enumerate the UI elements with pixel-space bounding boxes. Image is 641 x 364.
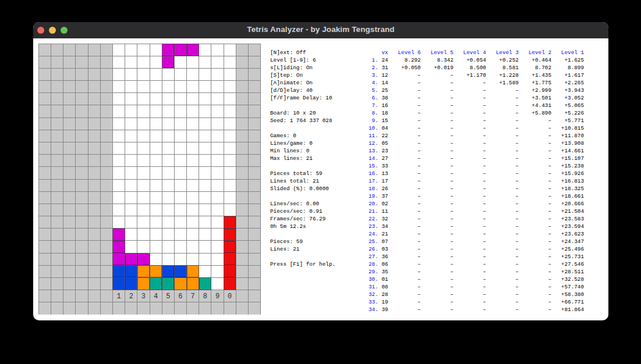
svg-text:1: 1 [116,292,121,301]
svg-text:0: 0 [228,292,232,301]
svg-text:3: 3 [141,292,146,301]
svg-text:8: 8 [203,292,207,301]
svg-text:9: 9 [215,292,219,301]
svg-text:7: 7 [191,292,195,301]
svg-text:2: 2 [129,292,133,301]
svg-text:4: 4 [154,292,158,301]
svg-text:5: 5 [166,292,170,301]
svg-text:6: 6 [178,292,182,301]
